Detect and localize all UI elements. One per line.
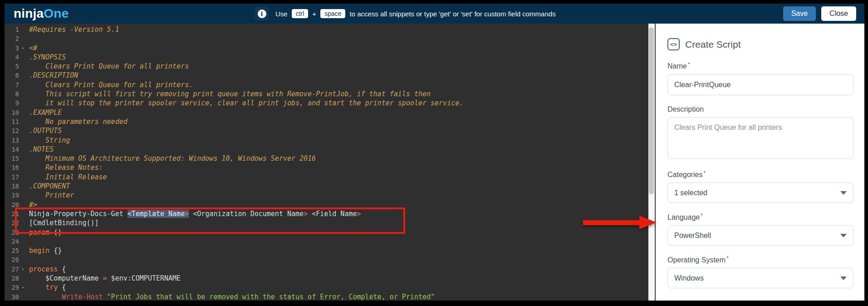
code-line[interactable]: 18.COMPONENT — [5, 182, 648, 191]
save-button[interactable]: Save — [783, 6, 816, 21]
code-line[interactable]: 14.NOTES — [5, 145, 648, 154]
name-input[interactable] — [667, 74, 853, 95]
code-line[interactable]: 23param () — [5, 228, 648, 237]
code-line[interactable]: 17 Initial Release — [5, 173, 648, 182]
code-line[interactable]: 15 Minimum OS Architecture Supported: Wi… — [5, 154, 648, 163]
panel-title: Create Script — [685, 39, 741, 50]
code-line[interactable]: 4.SYNOPSIS — [5, 53, 648, 62]
code-line[interactable]: 1#Requires -Version 5.1 — [5, 25, 648, 34]
line-number: 14 — [5, 145, 19, 154]
name-label: Name* — [667, 62, 853, 70]
fold-gutter — [19, 117, 25, 126]
space-key-chip: space — [320, 9, 345, 18]
code-text — [25, 34, 29, 43]
code-line[interactable]: 10.EXAMPLE — [5, 108, 648, 117]
line-number: 22 — [5, 218, 19, 227]
code-line[interactable]: 22[CmdletBinding()] — [5, 218, 648, 227]
code-text: [CmdletBinding()] — [25, 218, 99, 227]
ctrl-key-chip: ctrl — [292, 9, 309, 18]
fold-gutter — [19, 191, 25, 200]
fold-gutter — [19, 182, 25, 191]
code-line[interactable]: 2 — [5, 34, 648, 43]
description-textarea[interactable]: Clears Print Queue for all printers — [667, 117, 853, 159]
required-asterisk: * — [703, 170, 706, 176]
code-line[interactable]: 26 — [5, 255, 648, 264]
editor-scrollbar-track[interactable] — [648, 24, 655, 301]
code-line[interactable]: 6.DESCRIPTION — [5, 71, 648, 80]
info-icon[interactable]: i — [255, 7, 269, 20]
code-line[interactable]: 8 This script will first try removing pr… — [5, 89, 648, 99]
fold-gutter — [19, 108, 25, 117]
code-line[interactable]: 9 it will stop the printer spooler servi… — [5, 99, 648, 108]
fold-gutter — [19, 53, 25, 62]
line-number: 15 — [5, 154, 19, 163]
code-text: Clears Print Queue for all printers — [25, 62, 189, 71]
close-button[interactable]: Close — [821, 6, 856, 21]
operating-system-select[interactable]: Windows — [667, 268, 853, 288]
script-editor-window: ninjaOne i Use ctrl + space to access al… — [5, 4, 864, 301]
fold-gutter — [19, 173, 25, 182]
line-number: 12 — [5, 126, 19, 135]
line-number: 27 — [5, 265, 19, 274]
operating-system-label: Operating System* — [667, 256, 853, 264]
line-number: 20 — [5, 200, 19, 209]
code-text: param () — [25, 228, 62, 237]
code-text: Clears Print Queue for all printers. — [25, 80, 193, 89]
code-line[interactable]: 13 String — [5, 136, 648, 145]
fold-gutter — [19, 237, 25, 246]
line-number: 26 — [5, 255, 19, 264]
code-text: String — [25, 136, 70, 145]
fold-gutter — [19, 218, 25, 227]
code-line[interactable]: 12.OUTPUTS — [5, 126, 648, 135]
required-asterisk: * — [701, 212, 703, 219]
language-label: Language* — [667, 213, 853, 222]
code-text: Printer — [25, 191, 74, 200]
code-text: begin {} — [25, 246, 62, 255]
code-line[interactable]: 25begin {} — [5, 246, 648, 255]
fold-gutter — [19, 89, 25, 99]
fold-gutter — [19, 62, 25, 71]
code-text: process { — [25, 265, 66, 274]
code-text: .SYNOPSIS — [25, 53, 66, 62]
code-line[interactable]: 7 Clears Print Queue for all printers. — [5, 80, 648, 89]
code-line[interactable]: 20#> — [5, 200, 648, 209]
code-line[interactable]: 28 $ComputerName = $env:COMPUTERNAME — [5, 274, 648, 283]
panel-header: <> Create Script — [667, 38, 853, 50]
code-text: Minimum OS Architecture Supported: Windo… — [25, 154, 316, 163]
code-line[interactable]: 21Ninja-Property-Docs-Get <Template Name… — [5, 209, 648, 218]
hint-prefix: Use — [275, 10, 288, 18]
categories-select[interactable]: 1 selected — [667, 183, 853, 203]
line-number: 5 — [5, 62, 19, 71]
line-number: 19 — [5, 191, 19, 200]
line-number: 2 — [5, 34, 19, 43]
fold-gutter — [19, 163, 25, 172]
fold-arrow-icon[interactable]: ▾ — [19, 283, 25, 292]
code-line[interactable]: 27▾process { — [5, 265, 648, 274]
fold-arrow-icon[interactable]: ▾ — [19, 44, 25, 53]
chevron-down-icon — [840, 191, 847, 195]
code-line[interactable]: 3▾<# — [5, 44, 648, 53]
code-text: <# — [25, 44, 37, 53]
code-line[interactable]: 30 Write-Host "Print Jobs that will be r… — [5, 292, 648, 301]
snippet-hint: i Use ctrl + space to access all snippet… — [255, 7, 556, 20]
line-number: 18 — [5, 182, 19, 191]
code-line[interactable]: 24 — [5, 237, 648, 246]
code-text — [25, 255, 29, 264]
code-editor[interactable]: 1#Requires -Version 5.123▾<#4.SYNOPSIS5 … — [5, 24, 648, 301]
language-value: PowerShell — [674, 232, 711, 240]
line-number: 29 — [5, 283, 19, 292]
code-line[interactable]: 29▾ try { — [5, 283, 648, 292]
code-text: .NOTES — [25, 145, 54, 154]
code-line[interactable]: 19 Printer — [5, 191, 648, 200]
code-text — [25, 237, 29, 246]
code-text: Release Notes: — [25, 163, 103, 172]
code-line[interactable]: 5 Clears Print Queue for all printers — [5, 62, 648, 71]
code-text: Write-Host "Print Jobs that will be remo… — [25, 292, 435, 301]
editor-scrollbar-thumb[interactable] — [649, 27, 654, 194]
fold-gutter — [19, 274, 25, 283]
code-line[interactable]: 11 No parameters needed — [5, 117, 648, 126]
code-line[interactable]: 16 Release Notes: — [5, 163, 648, 172]
language-select[interactable]: PowerShell — [667, 225, 853, 246]
topbar-actions: Save Close — [783, 6, 856, 21]
fold-arrow-icon[interactable]: ▾ — [19, 265, 25, 274]
